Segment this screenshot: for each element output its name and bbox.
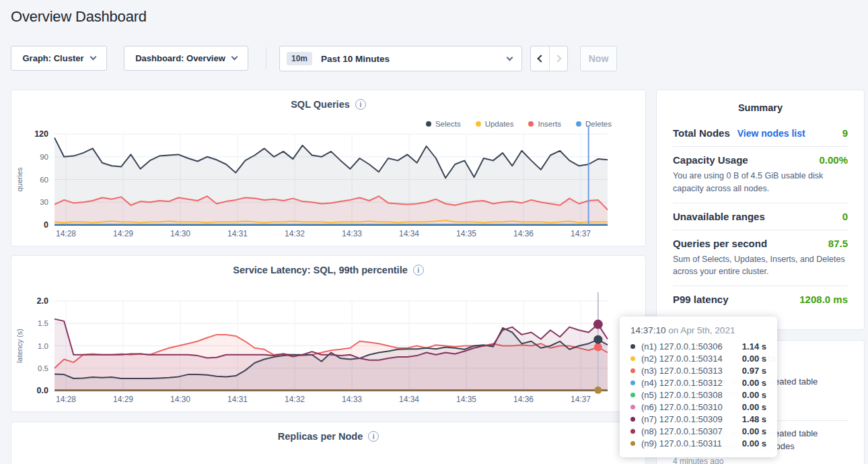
summary-subtext: Sum of Selects, Updates, Inserts, and De… bbox=[673, 253, 853, 279]
tooltip-node-label: (n6) 127.0.0.1:50310 bbox=[641, 402, 742, 412]
chevron-down-icon bbox=[89, 54, 96, 61]
svg-text:14:33: 14:33 bbox=[342, 229, 362, 238]
tooltip-node-row: (n1) 127.0.0.1:503061.14 s bbox=[630, 340, 766, 352]
time-range-selector[interactable]: 10m Past 10 Minutes bbox=[279, 46, 522, 71]
toolbar-divider bbox=[266, 47, 266, 69]
summary-label: Total Nodes bbox=[673, 127, 730, 139]
tooltip-node-label: (n8) 127.0.0.1:50307 bbox=[641, 426, 742, 436]
summary-row: Unavailable ranges0 bbox=[673, 203, 848, 230]
svg-text:0.0: 0.0 bbox=[37, 386, 48, 395]
summary-label: P99 latency bbox=[673, 294, 729, 305]
chart-title: Service Latency: SQL, 99th percentile bbox=[233, 265, 408, 275]
summary-row: Queries per second87.5Sum of Selects, Up… bbox=[673, 230, 848, 287]
summary-row: P99 latency1208.0 ms bbox=[673, 286, 848, 312]
view-nodes-list-link[interactable]: View nodes list bbox=[737, 128, 805, 139]
chart-title: SQL Queries bbox=[291, 99, 350, 110]
svg-text:0.5: 0.5 bbox=[38, 364, 48, 372]
overview-dashboard-page: Overview Dashboard Graph: Cluster Dashbo… bbox=[0, 0, 868, 464]
tooltip-node-value: 0.97 s bbox=[742, 366, 766, 376]
svg-text:14:32: 14:32 bbox=[285, 229, 305, 238]
svg-text:14:29: 14:29 bbox=[113, 395, 133, 404]
page-title: Overview Dashboard bbox=[11, 8, 147, 26]
svg-text:14:36: 14:36 bbox=[513, 395, 534, 404]
svg-text:60: 60 bbox=[40, 176, 48, 184]
node-color-dot-icon bbox=[630, 429, 635, 434]
now-button[interactable]: Now bbox=[580, 46, 617, 71]
summary-row: Total NodesView nodes list9 bbox=[673, 120, 848, 147]
svg-text:14:36: 14:36 bbox=[513, 229, 534, 238]
graph-selector-dropdown[interactable]: Graph: Cluster bbox=[11, 46, 107, 71]
svg-text:1.5: 1.5 bbox=[38, 319, 48, 327]
summary-label: Queries per second bbox=[673, 238, 767, 249]
svg-text:14:34: 14:34 bbox=[399, 229, 419, 238]
dashboard-selector-dropdown[interactable]: Dashboard: Overview bbox=[124, 46, 248, 71]
summary-subtext: You are using 0 B of 4.5 GiB usable disk… bbox=[673, 170, 853, 195]
service-latency-chart[interactable]: 0.00.51.01.52.014:2814:2914:3014:3114:32… bbox=[11, 291, 647, 413]
svg-text:14:37: 14:37 bbox=[571, 395, 591, 404]
tooltip-node-row: (n8) 127.0.0.1:503070.00 s bbox=[630, 425, 766, 437]
summary-value: 87.5 bbox=[828, 238, 848, 249]
svg-text:14:30: 14:30 bbox=[170, 395, 190, 404]
svg-text:14:35: 14:35 bbox=[456, 395, 476, 404]
svg-text:14:30: 14:30 bbox=[170, 229, 190, 238]
dashboard-selector-label: Dashboard: Overview bbox=[135, 53, 225, 63]
svg-text:1.0: 1.0 bbox=[38, 342, 48, 350]
tooltip-node-label: (n2) 127.0.0.1:50314 bbox=[641, 354, 742, 364]
summary-value: 1208.0 ms bbox=[799, 294, 848, 305]
tooltip-node-row: (n3) 127.0.0.1:503130.97 s bbox=[630, 364, 766, 376]
time-prev-button[interactable] bbox=[531, 46, 549, 71]
sql-queries-chart[interactable]: 030609012014:2814:2914:3014:3114:3214:33… bbox=[11, 125, 647, 247]
time-range-label: Past 10 Minutes bbox=[321, 54, 390, 64]
chevron-right-icon bbox=[554, 55, 561, 62]
svg-text:14:37: 14:37 bbox=[571, 229, 591, 238]
tooltip-node-label: (n3) 127.0.0.1:50313 bbox=[641, 366, 742, 376]
tooltip-node-value: 0.00 s bbox=[742, 402, 766, 412]
node-color-dot-icon bbox=[630, 393, 635, 397]
svg-text:14:29: 14:29 bbox=[113, 229, 133, 238]
tooltip-node-label: (n1) 127.0.0.1:50306 bbox=[641, 341, 742, 352]
graph-selector-label: Graph: Cluster bbox=[22, 53, 83, 63]
time-next-button[interactable] bbox=[549, 46, 567, 71]
chart-title: Replicas per Node bbox=[278, 431, 363, 442]
summary-value: 9 bbox=[842, 127, 848, 139]
replicas-per-node-chart-panel: Replicas per Node i bbox=[11, 422, 646, 464]
event-time: 4 minutes ago bbox=[673, 457, 848, 464]
tooltip-node-row: (n6) 127.0.0.1:503100.00 s bbox=[630, 401, 766, 413]
info-icon[interactable]: i bbox=[413, 265, 424, 275]
tooltip-node-row: (n2) 127.0.0.1:503140.00 s bbox=[630, 352, 766, 364]
tooltip-time: 14:37:10 bbox=[630, 325, 666, 335]
tooltip-node-row: (n5) 127.0.0.1:503080.00 s bbox=[630, 389, 766, 401]
node-color-dot-icon bbox=[630, 380, 635, 385]
tooltip-node-value: 1.48 s bbox=[742, 414, 766, 424]
svg-text:2.0: 2.0 bbox=[37, 296, 48, 306]
svg-text:90: 90 bbox=[40, 153, 48, 161]
svg-text:14:32: 14:32 bbox=[285, 395, 305, 404]
info-icon[interactable]: i bbox=[368, 431, 379, 442]
chevron-left-icon bbox=[537, 55, 544, 62]
node-color-dot-icon bbox=[630, 368, 635, 373]
svg-text:0: 0 bbox=[44, 220, 48, 230]
svg-text:queries: queries bbox=[15, 167, 24, 192]
svg-text:14:34: 14:34 bbox=[399, 395, 419, 404]
node-color-dot-icon bbox=[630, 405, 635, 409]
svg-text:14:31: 14:31 bbox=[227, 395, 248, 404]
sql-queries-chart-panel: SQL Queries i SelectsUpdatesInsertsDelet… bbox=[11, 90, 646, 246]
tooltip-node-row: (n4) 127.0.0.1:503120.00 s bbox=[630, 376, 766, 389]
chevron-down-icon bbox=[507, 54, 513, 61]
node-color-dot-icon bbox=[630, 344, 635, 349]
svg-text:14:31: 14:31 bbox=[227, 229, 248, 238]
tooltip-node-value: 0.00 s bbox=[742, 390, 766, 400]
summary-row: Capacity Usage0.00%You are using 0 B of … bbox=[673, 147, 848, 203]
info-icon[interactable]: i bbox=[355, 99, 366, 110]
node-color-dot-icon bbox=[630, 356, 635, 361]
svg-text:latency (s): latency (s) bbox=[15, 329, 24, 363]
tooltip-node-value: 0.00 s bbox=[742, 438, 766, 449]
svg-text:14:35: 14:35 bbox=[456, 229, 476, 238]
summary-panel: Summary Total NodesView nodes list9Capac… bbox=[656, 90, 865, 330]
svg-text:120: 120 bbox=[34, 129, 48, 139]
tooltip-date: on Apr 5th, 2021 bbox=[666, 325, 735, 335]
chevron-down-icon bbox=[231, 54, 238, 61]
summary-title: Summary bbox=[657, 90, 864, 113]
tooltip-node-label: (n9) 127.0.0.1:50311 bbox=[641, 438, 742, 449]
svg-text:14:28: 14:28 bbox=[56, 229, 76, 238]
